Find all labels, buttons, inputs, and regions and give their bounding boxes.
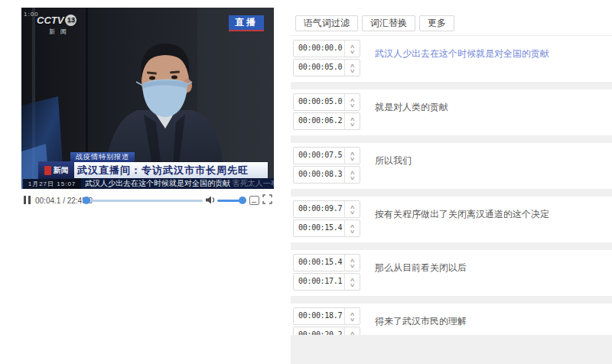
transcript-panel: 语气词过滤 词汇替换 更多 00:00:00.0 ∧ ∨ 00:00:05.0 … (291, 0, 612, 364)
captions-icon[interactable] (249, 196, 259, 205)
end-time-input[interactable]: 00:00:08.3 ∧ ∨ (293, 166, 360, 184)
start-time-value: 00:00:00.0 (294, 41, 344, 57)
stepper-down-icon[interactable]: ∨ (350, 317, 356, 322)
start-time-value: 00:00:07.5 (294, 148, 344, 164)
station-logo: 新闻 (38, 161, 74, 179)
cctv-logo-subtitle: 新闻 (49, 28, 76, 36)
time-stepper: ∧ ∨ (344, 308, 360, 324)
live-badge: 直播 (229, 15, 264, 31)
segment-text[interactable]: 得来了武汉市民的理解 (375, 315, 467, 328)
stepper-down-icon[interactable]: ∨ (350, 229, 356, 234)
stepper-down-icon[interactable]: ∨ (350, 263, 356, 268)
segment-text[interactable]: 武汉人少出去在这个时候就是对全国的贡献 (375, 47, 549, 60)
stepper-up-icon[interactable]: ∧ (350, 277, 356, 282)
start-time-input[interactable]: 00:00:09.7 ∧ ∨ (293, 200, 360, 218)
end-time-value: 00:00:06.2 (294, 113, 344, 129)
end-time-input[interactable]: 00:00:15.4 ∧ ∨ (293, 219, 360, 237)
list-end-background (291, 335, 612, 364)
ticker-highlight-text: 武汉人少出去在这个时候就是对全国的贡献 (85, 179, 230, 187)
start-time-value: 00:00:15.4 (294, 255, 344, 271)
stepper-up-icon[interactable]: ∧ (350, 97, 356, 102)
cctv-logo-text: CCTV (37, 15, 63, 26)
end-time-value: 00:00:15.4 (294, 220, 344, 236)
time-stepper: ∧ ∨ (344, 255, 360, 271)
start-time-value: 00:00:05.0 (294, 94, 344, 110)
date-time-overlay: 1月27日 15:07 (23, 179, 81, 189)
end-time-input[interactable]: 00:00:17.1 ∧ ∨ (293, 273, 360, 291)
news-ticker: 武汉人少出去在这个时候就是对全国的贡献 害死太人一事道歉。 (81, 178, 274, 189)
stepper-up-icon[interactable]: ∧ (350, 63, 356, 68)
start-time-value: 00:00:18.7 (294, 308, 344, 324)
stepper-down-icon[interactable]: ∨ (350, 122, 356, 127)
end-time-value: 00:00:05.0 (294, 60, 344, 76)
pause-button[interactable] (24, 196, 31, 204)
stepper-down-icon[interactable]: ∨ (350, 68, 356, 73)
start-time-input[interactable]: 00:00:00.0 ∧ ∨ (293, 40, 360, 57)
volume-handle[interactable] (239, 197, 246, 204)
stepper-up-icon[interactable]: ∧ (350, 44, 356, 49)
end-time-input[interactable]: 00:00:05.0 ∧ ∨ (293, 59, 360, 76)
headline-banner: 武汉直播间：专访武汉市市长周先旺 (70, 162, 268, 178)
program-tab: 战疫情特别报道 (70, 152, 135, 162)
stepper-down-icon[interactable]: ∨ (350, 175, 356, 180)
start-time-input[interactable]: 00:00:15.4 ∧ ∨ (293, 254, 360, 271)
time-stepper: ∧ ∨ (344, 220, 360, 236)
more-button[interactable]: 更多 (419, 15, 454, 31)
time-stepper: ∧ ∨ (344, 274, 360, 290)
stepper-up-icon[interactable]: ∧ (350, 151, 356, 156)
time-stepper: ∧ ∨ (344, 201, 360, 217)
stepper-up-icon[interactable]: ∧ (350, 311, 356, 317)
start-time-input[interactable]: 00:00:18.7 ∧ ∨ (293, 307, 360, 325)
volume-icon[interactable] (205, 195, 216, 205)
stepper-down-icon[interactable]: ∨ (350, 102, 356, 108)
stepper-up-icon[interactable]: ∧ (350, 116, 356, 122)
station-logo-red-mark (44, 166, 51, 175)
segment-list: 00:00:00.0 ∧ ∨ 00:00:05.0 ∧ ∨ 武汉人少出去在这个时… (291, 36, 612, 364)
filler-word-filter-button[interactable]: 语气词过滤 (295, 15, 358, 31)
start-time-input[interactable]: 00:00:05.0 ∧ ∨ (293, 93, 360, 111)
start-time-input[interactable]: 00:00:07.5 ∧ ∨ (293, 147, 360, 164)
time-stepper: ∧ ∨ (344, 148, 360, 164)
time-stepper: ∧ ∨ (344, 94, 360, 110)
stepper-down-icon[interactable]: ∨ (350, 282, 356, 288)
segment-row: 00:00:15.4 ∧ ∨ 00:00:17.1 ∧ ∨ 那么从目前看关闭以后 (291, 250, 612, 296)
start-time-value: 00:00:09.7 (294, 201, 344, 217)
cctv-channel-number: 13 (65, 15, 76, 26)
station-logo-text: 新闻 (54, 165, 69, 176)
segment-text[interactable]: 所以我们 (375, 154, 412, 167)
time-stepper: ∧ ∨ (344, 167, 360, 183)
time-stepper: ∧ ∨ (344, 113, 360, 129)
segment-text[interactable]: 就是对人类的贡献 (375, 101, 448, 114)
stepper-up-icon[interactable]: ∧ (350, 258, 356, 263)
video-frame[interactable]: 1:00 CCTV 13 新闻 直播 战疫情特别报道 武汉直播间：专访武汉市市长… (21, 8, 274, 189)
stepper-down-icon[interactable]: ∨ (350, 210, 356, 215)
segment-row: 00:00:00.0 ∧ ∨ 00:00:05.0 ∧ ∨ 武汉人少出去在这个时… (291, 36, 612, 82)
stepper-up-icon[interactable]: ∧ (350, 223, 356, 229)
word-replace-button[interactable]: 词汇替换 (362, 15, 415, 31)
segment-row: 00:00:07.5 ∧ ∨ 00:00:08.3 ∧ ∨ 所以我们 (291, 143, 612, 189)
segment-row: 00:00:09.7 ∧ ∨ 00:00:15.4 ∧ ∨ 按有关程序做出了关闭… (291, 197, 612, 242)
stepper-down-icon[interactable]: ∨ (350, 49, 356, 54)
stepper-down-icon[interactable]: ∨ (350, 156, 356, 161)
stepper-up-icon[interactable]: ∧ (350, 204, 356, 210)
segment-text[interactable]: 那么从目前看关闭以后 (375, 262, 467, 275)
time-stepper: ∧ ∨ (344, 60, 360, 76)
end-time-input[interactable]: 00:00:06.2 ∧ ∨ (293, 112, 360, 130)
end-time-value: 00:00:08.3 (294, 167, 344, 183)
ticker-rest-text: 害死太人一事道歉。 (233, 179, 274, 187)
fullscreen-icon[interactable] (262, 194, 272, 204)
seek-handle[interactable] (83, 197, 90, 204)
stepper-up-icon[interactable]: ∧ (350, 170, 356, 175)
cctv13-logo: CCTV 13 新闻 (37, 15, 76, 36)
segment-row: 00:00:05.0 ∧ ∨ 00:00:06.2 ∧ ∨ 就是对人类的贡献 (291, 89, 612, 135)
transcript-toolbar: 语气词过滤 词汇替换 更多 (295, 15, 454, 31)
time-stepper: ∧ ∨ (344, 41, 360, 57)
end-time-value: 00:00:17.1 (294, 274, 344, 290)
segment-text[interactable]: 按有关程序做出了关闭离汉通道的这个决定 (375, 208, 549, 221)
player-controls: 00:04.1 / 22:45.0 (21, 193, 274, 208)
seek-bar[interactable] (86, 200, 203, 202)
